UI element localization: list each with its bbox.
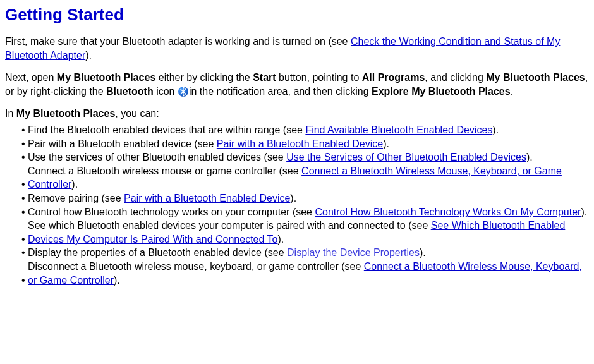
bold-text: All Programs: [362, 72, 425, 83]
list-item: •Find the Bluetooth enabled devices that…: [21, 123, 589, 137]
link-control-bt[interactable]: Control How Bluetooth Technology Works O…: [315, 207, 581, 217]
text: button, pointing to: [276, 72, 362, 83]
bullet: •: [21, 233, 25, 246]
text: ).: [290, 193, 296, 203]
text: ).: [526, 152, 533, 162]
list-item: •Use the services of other Bluetooth ena…: [21, 150, 589, 164]
text: , and clicking: [425, 72, 486, 83]
text: ).: [114, 275, 120, 286]
capabilities-list: •Find the Bluetooth enabled devices that…: [5, 123, 589, 287]
list-item: •Control how Bluetooth technology works …: [21, 205, 589, 219]
text: ).: [277, 234, 284, 245]
text: In: [5, 108, 16, 119]
text: ).: [383, 138, 389, 149]
text: .: [511, 86, 513, 97]
bullet: •: [21, 178, 25, 191]
list-item: •Disconnect a Bluetooth wireless mouse, …: [21, 260, 589, 287]
bold-text: My Bluetooth Places: [16, 108, 115, 119]
list-lead: In My Bluetooth Places, you can:: [5, 107, 589, 121]
text: See which Bluetooth enabled devices your…: [28, 220, 431, 231]
text: , you can:: [115, 108, 159, 119]
text: First, make sure that your Bluetooth ada…: [5, 36, 351, 47]
bold-text: My Bluetooth Places: [57, 72, 155, 83]
page-title: Getting Started: [5, 4, 589, 26]
text: Pair with a Bluetooth enabled device (se…: [28, 138, 217, 149]
bullet: •: [21, 191, 25, 205]
text: ).: [71, 179, 78, 190]
bold-text: My Bluetooth Places: [486, 72, 585, 83]
text: Control how Bluetooth technology works o…: [28, 207, 315, 217]
text: Disconnect a Bluetooth wireless mouse, k…: [28, 261, 364, 272]
text: Connect a Bluetooth wireless mouse or ga…: [28, 166, 301, 176]
bold-text: Start: [253, 72, 276, 83]
link-display-properties[interactable]: Display the Device Properties: [287, 247, 420, 258]
text: in the notification area, and then click…: [189, 86, 372, 97]
bold-text: Explore My Bluetooth Places: [372, 86, 511, 97]
bullet: •: [21, 205, 25, 219]
list-item: •Remove pairing (see Pair with a Bluetoo…: [21, 191, 589, 205]
link-use-services[interactable]: Use the Services of Other Bluetooth Enab…: [286, 152, 526, 162]
bluetooth-icon: [178, 87, 188, 97]
bullet: •: [21, 137, 25, 151]
bold-text: Bluetooth: [106, 86, 154, 97]
text: ).: [420, 247, 426, 258]
link-remove-pairing[interactable]: Pair with a Bluetooth Enabled Device: [124, 193, 290, 203]
bullet: •: [21, 123, 25, 137]
bullet: •: [21, 150, 25, 164]
list-item: •See which Bluetooth enabled devices you…: [21, 219, 589, 246]
bullet: •: [21, 274, 25, 288]
text: icon: [154, 86, 178, 97]
link-pair-device[interactable]: Pair with a Bluetooth Enabled Device: [217, 138, 383, 149]
text: Find the Bluetooth enabled devices that …: [28, 124, 305, 135]
list-item: •Display the properties of a Bluetooth e…: [21, 246, 589, 260]
text: Next, open: [5, 72, 57, 83]
list-item: •Connect a Bluetooth wireless mouse or g…: [21, 164, 589, 191]
text: Use the services of other Bluetooth enab…: [28, 152, 286, 162]
intro-paragraph-1: First, make sure that your Bluetooth ada…: [5, 35, 589, 62]
intro-paragraph-2: Next, open My Bluetooth Places either by…: [5, 71, 589, 98]
text: ).: [581, 207, 587, 217]
text: ).: [85, 50, 92, 61]
text: Remove pairing (see: [28, 193, 124, 203]
text: Display the properties of a Bluetooth en…: [28, 247, 287, 258]
bullet: •: [21, 246, 25, 260]
list-item: •Pair with a Bluetooth enabled device (s…: [21, 137, 589, 151]
text: either by clicking the: [155, 72, 253, 83]
text: ).: [492, 124, 499, 135]
link-find-devices[interactable]: Find Available Bluetooth Enabled Devices: [305, 124, 492, 135]
